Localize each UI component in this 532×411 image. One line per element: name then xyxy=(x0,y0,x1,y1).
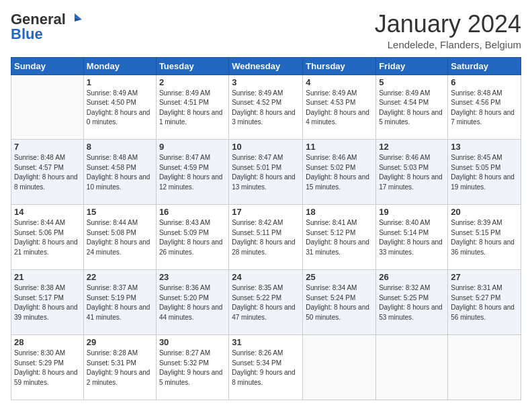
table-row: 31Sunrise: 8:26 AMSunset: 5:34 PMDayligh… xyxy=(229,335,303,400)
day-number: 18 xyxy=(306,207,373,217)
table-row: 4Sunrise: 8:49 AMSunset: 4:53 PMDaylight… xyxy=(303,75,376,140)
day-number: 9 xyxy=(159,142,226,152)
day-number: 11 xyxy=(306,142,373,152)
day-number: 26 xyxy=(379,272,445,282)
day-number: 28 xyxy=(14,337,81,347)
table-row: 1Sunrise: 8:49 AMSunset: 4:50 PMDaylight… xyxy=(83,75,156,140)
day-number: 21 xyxy=(14,272,81,282)
table-row: 15Sunrise: 8:44 AMSunset: 5:08 PMDayligh… xyxy=(83,205,156,270)
day-number: 3 xyxy=(232,77,300,87)
day-info: Sunrise: 8:49 AMSunset: 4:52 PMDaylight:… xyxy=(232,89,300,128)
month-title: January 2024 xyxy=(375,11,521,38)
day-number: 25 xyxy=(306,272,373,282)
day-number: 5 xyxy=(379,77,445,87)
day-number: 10 xyxy=(232,142,300,152)
day-number: 15 xyxy=(87,207,153,217)
day-number: 13 xyxy=(451,142,518,152)
table-row: 10Sunrise: 8:47 AMSunset: 5:01 PMDayligh… xyxy=(229,140,303,205)
day-info: Sunrise: 8:49 AMSunset: 4:53 PMDaylight:… xyxy=(306,89,373,128)
day-info: Sunrise: 8:43 AMSunset: 5:09 PMDaylight:… xyxy=(159,218,226,257)
day-info: Sunrise: 8:47 AMSunset: 4:59 PMDaylight:… xyxy=(159,153,226,192)
day-number: 20 xyxy=(451,207,518,217)
table-row: 8Sunrise: 8:48 AMSunset: 4:58 PMDaylight… xyxy=(83,140,156,205)
table-row: 22Sunrise: 8:37 AMSunset: 5:19 PMDayligh… xyxy=(83,270,156,335)
logo-blue: Blue xyxy=(11,26,82,43)
logo: General Blue xyxy=(11,11,82,43)
table-row: 18Sunrise: 8:41 AMSunset: 5:12 PMDayligh… xyxy=(303,205,376,270)
day-number: 30 xyxy=(159,337,226,347)
table-row xyxy=(376,335,448,400)
table-row xyxy=(11,75,84,140)
table-row: 5Sunrise: 8:49 AMSunset: 4:54 PMDaylight… xyxy=(376,75,448,140)
day-info: Sunrise: 8:47 AMSunset: 5:01 PMDaylight:… xyxy=(232,153,300,192)
table-row: 6Sunrise: 8:48 AMSunset: 4:56 PMDaylight… xyxy=(448,75,521,140)
location: Lendelede, Flanders, Belgium xyxy=(375,39,521,50)
table-row: 26Sunrise: 8:32 AMSunset: 5:25 PMDayligh… xyxy=(376,270,448,335)
day-number: 2 xyxy=(159,77,226,87)
day-info: Sunrise: 8:32 AMSunset: 5:25 PMDaylight:… xyxy=(379,283,445,322)
calendar-week-row: 14Sunrise: 8:44 AMSunset: 5:06 PMDayligh… xyxy=(11,205,521,270)
table-row: 21Sunrise: 8:38 AMSunset: 5:17 PMDayligh… xyxy=(11,270,84,335)
page: General Blue January 2024 Lendelede, Fla… xyxy=(0,0,532,411)
calendar-week-row: 21Sunrise: 8:38 AMSunset: 5:17 PMDayligh… xyxy=(11,270,521,335)
header-monday: Monday xyxy=(83,57,156,75)
day-info: Sunrise: 8:38 AMSunset: 5:17 PMDaylight:… xyxy=(14,283,81,322)
table-row: 2Sunrise: 8:49 AMSunset: 4:51 PMDaylight… xyxy=(156,75,228,140)
day-number: 12 xyxy=(379,142,445,152)
calendar-week-row: 1Sunrise: 8:49 AMSunset: 4:50 PMDaylight… xyxy=(11,75,521,140)
day-info: Sunrise: 8:45 AMSunset: 5:05 PMDaylight:… xyxy=(451,153,518,192)
table-row: 30Sunrise: 8:27 AMSunset: 5:32 PMDayligh… xyxy=(156,335,228,400)
day-info: Sunrise: 8:49 AMSunset: 4:50 PMDaylight:… xyxy=(87,89,153,128)
day-number: 23 xyxy=(159,272,226,282)
table-row: 23Sunrise: 8:36 AMSunset: 5:20 PMDayligh… xyxy=(156,270,228,335)
title-block: January 2024 Lendelede, Flanders, Belgiu… xyxy=(375,11,521,50)
day-info: Sunrise: 8:46 AMSunset: 5:02 PMDaylight:… xyxy=(306,153,373,192)
day-info: Sunrise: 8:48 AMSunset: 4:58 PMDaylight:… xyxy=(87,153,153,192)
day-number: 6 xyxy=(451,77,518,87)
day-info: Sunrise: 8:27 AMSunset: 5:32 PMDaylight:… xyxy=(159,349,226,387)
day-number: 31 xyxy=(232,337,300,347)
day-number: 1 xyxy=(87,77,153,87)
header-thursday: Thursday xyxy=(303,57,376,75)
day-number: 24 xyxy=(232,272,300,282)
header-friday: Friday xyxy=(376,57,448,75)
day-info: Sunrise: 8:28 AMSunset: 5:31 PMDaylight:… xyxy=(87,349,153,387)
day-info: Sunrise: 8:48 AMSunset: 4:57 PMDaylight:… xyxy=(14,153,81,192)
day-info: Sunrise: 8:48 AMSunset: 4:56 PMDaylight:… xyxy=(451,89,518,128)
day-info: Sunrise: 8:35 AMSunset: 5:22 PMDaylight:… xyxy=(232,283,300,322)
day-number: 17 xyxy=(232,207,300,217)
header: General Blue January 2024 Lendelede, Fla… xyxy=(11,11,521,50)
day-info: Sunrise: 8:49 AMSunset: 4:54 PMDaylight:… xyxy=(379,89,445,128)
day-info: Sunrise: 8:41 AMSunset: 5:12 PMDaylight:… xyxy=(306,218,373,257)
header-tuesday: Tuesday xyxy=(156,57,228,75)
table-row: 11Sunrise: 8:46 AMSunset: 5:02 PMDayligh… xyxy=(303,140,376,205)
calendar-week-row: 7Sunrise: 8:48 AMSunset: 4:57 PMDaylight… xyxy=(11,140,521,205)
table-row: 3Sunrise: 8:49 AMSunset: 4:52 PMDaylight… xyxy=(229,75,303,140)
calendar-table: Sunday Monday Tuesday Wednesday Thursday… xyxy=(11,57,521,400)
day-number: 8 xyxy=(87,142,153,152)
table-row: 13Sunrise: 8:45 AMSunset: 5:05 PMDayligh… xyxy=(448,140,521,205)
header-sunday: Sunday xyxy=(11,57,84,75)
table-row: 12Sunrise: 8:46 AMSunset: 5:03 PMDayligh… xyxy=(376,140,448,205)
table-row: 25Sunrise: 8:34 AMSunset: 5:24 PMDayligh… xyxy=(303,270,376,335)
day-number: 27 xyxy=(451,272,518,282)
table-row: 7Sunrise: 8:48 AMSunset: 4:57 PMDaylight… xyxy=(11,140,84,205)
day-info: Sunrise: 8:44 AMSunset: 5:06 PMDaylight:… xyxy=(14,218,81,257)
day-info: Sunrise: 8:31 AMSunset: 5:27 PMDaylight:… xyxy=(451,283,518,322)
day-info: Sunrise: 8:44 AMSunset: 5:08 PMDaylight:… xyxy=(87,218,153,257)
day-info: Sunrise: 8:46 AMSunset: 5:03 PMDaylight:… xyxy=(379,153,445,192)
day-info: Sunrise: 8:36 AMSunset: 5:20 PMDaylight:… xyxy=(159,283,226,322)
table-row: 14Sunrise: 8:44 AMSunset: 5:06 PMDayligh… xyxy=(11,205,84,270)
day-number: 22 xyxy=(87,272,153,282)
day-number: 29 xyxy=(87,337,153,347)
day-info: Sunrise: 8:42 AMSunset: 5:11 PMDaylight:… xyxy=(232,218,300,257)
table-row: 17Sunrise: 8:42 AMSunset: 5:11 PMDayligh… xyxy=(229,205,303,270)
day-number: 4 xyxy=(306,77,373,87)
table-row: 9Sunrise: 8:47 AMSunset: 4:59 PMDaylight… xyxy=(156,140,228,205)
table-row: 29Sunrise: 8:28 AMSunset: 5:31 PMDayligh… xyxy=(83,335,156,400)
table-row: 16Sunrise: 8:43 AMSunset: 5:09 PMDayligh… xyxy=(156,205,228,270)
day-number: 19 xyxy=(379,207,445,217)
day-number: 7 xyxy=(14,142,81,152)
day-info: Sunrise: 8:30 AMSunset: 5:29 PMDaylight:… xyxy=(14,349,81,387)
table-row: 27Sunrise: 8:31 AMSunset: 5:27 PMDayligh… xyxy=(448,270,521,335)
